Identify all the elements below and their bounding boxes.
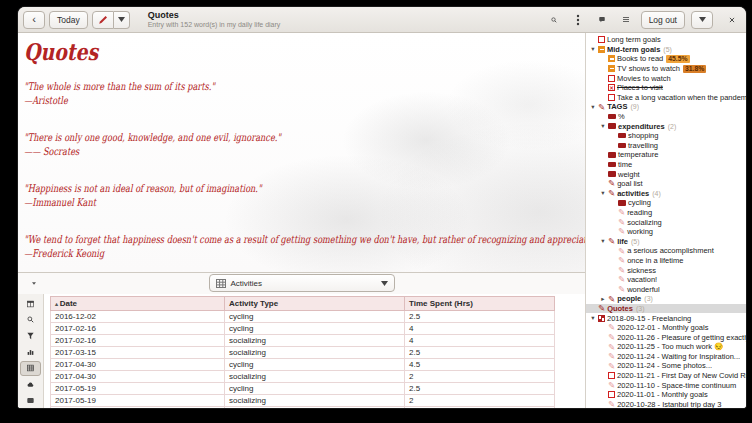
- table-cell[interactable]: socializing: [225, 371, 405, 383]
- menu-kebab-button[interactable]: [569, 11, 587, 29]
- table-cell[interactable]: 2: [405, 371, 555, 383]
- expander-icon[interactable]: ▸: [599, 296, 607, 303]
- tree-item[interactable]: cycling: [586, 198, 746, 208]
- table-row[interactable]: 2017-04-30socializing2: [51, 371, 555, 383]
- tree-item[interactable]: Books to read45.5%: [586, 54, 746, 64]
- tree-item[interactable]: ✎wonderful: [586, 284, 746, 294]
- table-row[interactable]: 2017-02-16cycling4: [51, 323, 555, 335]
- tree-item[interactable]: ✎2020-11-26 - Pleasure of getting exactl…: [586, 332, 746, 342]
- tree-item[interactable]: ▾✎TAGS(9): [586, 102, 746, 112]
- annotations-button[interactable]: [593, 11, 611, 29]
- tree-item[interactable]: Long term goals: [586, 35, 746, 45]
- tree-item[interactable]: shopping: [586, 131, 746, 141]
- main-menu-button[interactable]: [617, 11, 635, 29]
- logout-button[interactable]: Log out: [641, 11, 685, 29]
- table-cell[interactable]: 2017-05-19: [51, 407, 225, 409]
- table-cell[interactable]: socializing: [225, 395, 405, 407]
- table-cell[interactable]: 7: [405, 407, 555, 409]
- table-cell[interactable]: 2017-02-16: [51, 335, 225, 347]
- table-cell[interactable]: cycling: [225, 383, 405, 395]
- expander-icon[interactable]: ▾: [589, 46, 597, 53]
- layout-view-button[interactable]: [20, 296, 41, 311]
- table-cell[interactable]: cycling: [225, 311, 405, 323]
- tree-item[interactable]: ✎2020-10-28 - Istanbul trip day 3: [586, 400, 746, 408]
- table-view-button[interactable]: [20, 361, 41, 376]
- tree-item[interactable]: ✎a serious accomplishment: [586, 246, 746, 256]
- edit-button[interactable]: [92, 11, 114, 29]
- table-cell[interactable]: 2016-12-02: [51, 311, 225, 323]
- tree-item[interactable]: ✎vacation!: [586, 275, 746, 285]
- table-row[interactable]: 2017-02-16socializing4: [51, 335, 555, 347]
- tree-item[interactable]: ✕Places to visit: [586, 83, 746, 93]
- table-cell[interactable]: 2.5: [405, 383, 555, 395]
- tree-item[interactable]: temperature: [586, 150, 746, 160]
- today-button[interactable]: Today: [49, 11, 88, 29]
- back-button[interactable]: ‹: [23, 11, 45, 29]
- table-row[interactable]: 2017-05-19socializing2: [51, 395, 555, 407]
- expander-icon[interactable]: ▾: [589, 104, 597, 111]
- tree-item[interactable]: Take a long vacation when the pandemic i…: [586, 93, 746, 103]
- tree-item[interactable]: 2020-11-21 - First Day of New Covid Rest…: [586, 371, 746, 381]
- tree-item[interactable]: ✎2020-12-01 - Monthly goals: [586, 323, 746, 333]
- tree-item[interactable]: ✎goal list: [586, 179, 746, 189]
- expander-icon[interactable]: ▾: [599, 190, 607, 197]
- table-cell[interactable]: 2017-05-19: [51, 383, 225, 395]
- dataset-select[interactable]: Activities: [209, 274, 395, 292]
- table-cell[interactable]: 4: [405, 323, 555, 335]
- expander-icon[interactable]: ▾: [589, 315, 597, 322]
- column-header-time-spent[interactable]: Time Spent (Hrs): [405, 297, 555, 311]
- expander-icon[interactable]: ▾: [599, 123, 607, 130]
- tree-item[interactable]: ✎Quotes(3): [586, 304, 746, 314]
- tree-item[interactable]: time: [586, 160, 746, 170]
- table-cell[interactable]: 2017-02-16: [51, 323, 225, 335]
- tree-item[interactable]: TV shows to watch31.8%: [586, 64, 746, 74]
- tree-item[interactable]: ✎socializing: [586, 217, 746, 227]
- close-window-button[interactable]: [723, 11, 741, 29]
- table-cell[interactable]: socializing: [225, 335, 405, 347]
- search-rows-button[interactable]: [20, 312, 41, 327]
- chart-view-button[interactable]: [20, 344, 41, 359]
- tree-item[interactable]: ✎2020-11-24 - Some photos...: [586, 361, 746, 371]
- table-row[interactable]: 2016-12-02cycling2.5: [51, 311, 555, 323]
- search-button[interactable]: [545, 11, 563, 29]
- tree-item[interactable]: ✎2020-11-25 - Too much work 😔: [586, 342, 746, 352]
- tree-item[interactable]: ▸✎people(3): [586, 294, 746, 304]
- tree-item[interactable]: ▾2018-09-15 - Freelancing: [586, 313, 746, 323]
- column-header-date[interactable]: Date: [51, 297, 225, 311]
- column-header-activity-type[interactable]: Activity Type: [225, 297, 405, 311]
- table-row[interactable]: 2017-05-19working7: [51, 407, 555, 409]
- table-row[interactable]: 2017-05-19cycling2.5: [51, 383, 555, 395]
- tree-item[interactable]: ▾expenditures(2): [586, 121, 746, 131]
- notes-view-button[interactable]: [20, 393, 41, 408]
- table-cell[interactable]: 2017-05-19: [51, 395, 225, 407]
- collapse-panel-button[interactable]: [26, 276, 42, 290]
- table-cell[interactable]: 4: [405, 335, 555, 347]
- table-cell[interactable]: 2.5: [405, 347, 555, 359]
- tree-item[interactable]: ✎once in a lifetime: [586, 256, 746, 266]
- table-cell[interactable]: working: [225, 407, 405, 409]
- tree-item[interactable]: ✎working: [586, 227, 746, 237]
- tree-item[interactable]: ▾✎life(5): [586, 236, 746, 246]
- tree-item[interactable]: Movies to watch: [586, 73, 746, 83]
- table-cell[interactable]: 2017-04-30: [51, 359, 225, 371]
- table-cell[interactable]: 2.5: [405, 311, 555, 323]
- table-cell[interactable]: cycling: [225, 323, 405, 335]
- tree-item[interactable]: travelling: [586, 141, 746, 151]
- table-cell[interactable]: 2: [405, 395, 555, 407]
- tree-item[interactable]: ✎reading: [586, 208, 746, 218]
- table-cell[interactable]: socializing: [225, 347, 405, 359]
- tree-item[interactable]: weight: [586, 169, 746, 179]
- table-cell[interactable]: 4.5: [405, 359, 555, 371]
- tree-item[interactable]: 2020-11-01 - Monthly goals: [586, 390, 746, 400]
- tree-item[interactable]: ▾Mid-term goals(5): [586, 45, 746, 55]
- edit-dropdown-button[interactable]: [114, 11, 130, 29]
- tree-item[interactable]: ✎sickness: [586, 265, 746, 275]
- expander-icon[interactable]: ▾: [599, 238, 607, 245]
- tree-item[interactable]: ✎2020-11-24 - Waiting for Inspiration...: [586, 352, 746, 362]
- tree-item[interactable]: ✎2020-11-10 - Space-time continuum: [586, 380, 746, 390]
- table-cell[interactable]: 2017-03-15: [51, 347, 225, 359]
- table-cell[interactable]: 2017-04-30: [51, 371, 225, 383]
- tree-item[interactable]: ▾✎activities(4): [586, 189, 746, 199]
- table-cell[interactable]: cycling: [225, 359, 405, 371]
- tree-item[interactable]: %: [586, 112, 746, 122]
